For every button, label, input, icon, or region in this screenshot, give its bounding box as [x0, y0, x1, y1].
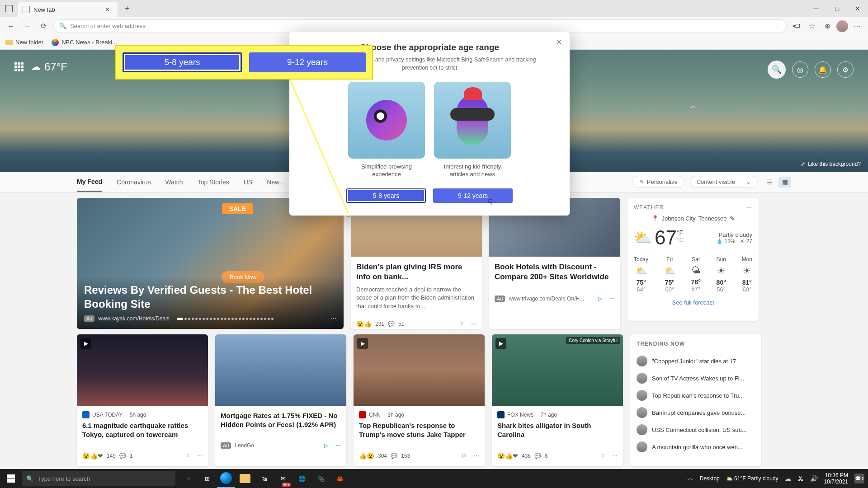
- age-9-12-button[interactable]: 9-12 years: [433, 188, 513, 203]
- bookmark-icon[interactable]: ⚐: [600, 453, 605, 459]
- feed-tab-topstories[interactable]: Top Stories: [198, 173, 229, 191]
- card-mortgage[interactable]: Mortgage Rates at 1.75% FIXED - No Hidde…: [215, 334, 346, 466]
- task-view-icon[interactable]: ⊞: [198, 469, 216, 488]
- card-menu-icon[interactable]: ⋯: [335, 442, 341, 449]
- action-center-icon[interactable]: 💬3: [854, 474, 864, 483]
- card-tokyo[interactable]: ▶ USA TODAY·5h ago 6.1 magnitude earthqu…: [77, 334, 208, 466]
- menu-icon[interactable]: ⋯: [851, 20, 863, 33]
- trending-item[interactable]: Son of TV Actress Wakes up to Fi...: [637, 370, 755, 387]
- tray-overflow-icon[interactable]: ︿: [687, 474, 693, 483]
- weather-menu-icon[interactable]: ⋯: [746, 204, 752, 211]
- taskbar-mail-icon[interactable]: ✉99+: [274, 469, 292, 488]
- callout-5-8-button[interactable]: 5-8 years: [123, 52, 242, 72]
- bookmark-icon[interactable]: ⚐: [185, 453, 190, 459]
- start-button[interactable]: [0, 469, 22, 488]
- forecast-day[interactable]: Sun☀80°56°: [717, 256, 726, 293]
- play-icon[interactable]: ▷: [324, 442, 328, 449]
- callout-9-12-button[interactable]: 9-12 years: [249, 52, 366, 72]
- taskbar-app-icon[interactable]: 📎: [312, 469, 330, 488]
- card-hotel[interactable]: SALE Book Now Reviews By Verified Guests…: [77, 198, 344, 329]
- reactions-icon[interactable]: 👍😮: [359, 452, 374, 460]
- tray-volume-icon[interactable]: 🔊: [810, 475, 818, 482]
- forecast-day[interactable]: Mon☀81°60°: [742, 256, 752, 293]
- modal-close-button[interactable]: ✕: [556, 37, 562, 47]
- hero-weather[interactable]: ☁ 67°F: [31, 61, 67, 73]
- trending-item[interactable]: A mountain gorilla who once wen...: [637, 438, 755, 455]
- card-menu-icon[interactable]: ⋯: [197, 453, 203, 459]
- card-trivago[interactable]: Book Hotels with Discount - Compare 200+…: [489, 198, 620, 329]
- tray-cloud-icon[interactable]: ☁: [785, 475, 791, 482]
- trending-item[interactable]: Bankrupt companies gave bonuse...: [637, 404, 755, 421]
- taskbar-weather[interactable]: ⛅ 61°F Partly cloudy: [726, 475, 778, 482]
- comment-icon[interactable]: 💬: [388, 321, 395, 327]
- comment-icon[interactable]: 💬: [119, 453, 126, 459]
- edit-location-icon[interactable]: ✎: [730, 215, 735, 222]
- card-menu-icon[interactable]: ⋯: [471, 321, 476, 327]
- layout-grid-button[interactable]: ▦: [778, 177, 791, 188]
- collapse-icon[interactable]: ︿: [690, 102, 696, 110]
- comment-icon[interactable]: 💬: [534, 453, 541, 459]
- cortana-icon[interactable]: ○: [179, 469, 197, 488]
- taskbar-store-icon[interactable]: 🛍: [255, 469, 273, 488]
- bookmark-icon[interactable]: ⚐: [459, 321, 464, 327]
- trending-item[interactable]: USS Connecticut collision: US sub...: [637, 421, 755, 438]
- comment-icon[interactable]: 💬: [391, 453, 397, 459]
- taskbar-clock[interactable]: 10:36 PM 10/7/2021: [824, 472, 848, 485]
- card-menu-icon[interactable]: ⋯: [474, 453, 479, 459]
- age-5-8-button[interactable]: 5-8 years: [346, 188, 426, 203]
- browser-tab[interactable]: New tab ✕: [18, 2, 118, 17]
- trending-item[interactable]: "Chopped Junior" star dies at 17: [637, 352, 755, 370]
- see-forecast-link[interactable]: See full forecast: [634, 299, 752, 306]
- back-button[interactable]: ←: [5, 20, 17, 33]
- taskbar-chrome-icon[interactable]: 🌐: [293, 469, 311, 488]
- feed-tab-myfeed[interactable]: My Feed: [77, 173, 102, 192]
- taskbar-search[interactable]: 🔍 Type here to search: [22, 471, 175, 486]
- taskbar-app-icon[interactable]: 🦀: [331, 469, 349, 488]
- forward-button[interactable]: →: [21, 20, 33, 33]
- profile-avatar[interactable]: [836, 20, 848, 32]
- content-visible-dropdown[interactable]: Content visible ⌄: [690, 176, 758, 188]
- feed-tab-coronavirus[interactable]: Coronavirus: [117, 173, 151, 191]
- hero-search-button[interactable]: 🔍: [768, 61, 786, 79]
- reactions-icon[interactable]: 😮👍❤: [82, 452, 103, 460]
- bookmark-icon[interactable]: ⚐: [462, 453, 467, 459]
- feed-tab-us[interactable]: US: [244, 173, 252, 191]
- bookmark-nbc[interactable]: NBC News - Breaki...: [52, 39, 117, 46]
- refresh-button[interactable]: ⟳: [37, 20, 50, 33]
- forecast-day[interactable]: Today⛅75°64°: [634, 256, 648, 293]
- card-shark[interactable]: ▶ Cory Conlon via Storyful FOX News·7h a…: [492, 334, 623, 466]
- close-window-button[interactable]: ✕: [847, 0, 868, 17]
- tab-actions-icon[interactable]: [0, 0, 18, 17]
- forecast-day[interactable]: Sat🌤78°57°: [691, 256, 701, 293]
- weather-card[interactable]: WEATHER ⋯ 📍 Johnson City, Tennessee ✎ ⛅ …: [627, 198, 759, 321]
- apps-grid-icon[interactable]: [14, 62, 24, 71]
- tray-network-icon[interactable]: 🖧: [797, 475, 804, 482]
- bookmark-folder[interactable]: New folder: [5, 39, 43, 46]
- taskbar-desktop-label[interactable]: Desktop: [700, 475, 720, 482]
- card-cnn[interactable]: ▶ CNN·3h ago Top Republican's response t…: [354, 334, 485, 466]
- close-tab-icon[interactable]: ✕: [102, 5, 113, 14]
- play-icon[interactable]: ▷: [598, 296, 602, 302]
- card-menu-icon[interactable]: ⋯: [612, 453, 618, 459]
- maximize-button[interactable]: ▢: [826, 0, 847, 17]
- feed-tab-more[interactable]: New...: [267, 173, 284, 191]
- card-menu-icon[interactable]: ⋯: [609, 296, 615, 302]
- notifications-icon[interactable]: 🔔: [815, 61, 831, 78]
- card-irs[interactable]: Biden's plan giving IRS more info on ban…: [351, 198, 482, 329]
- address-bar[interactable]: 🔍 Search or enter web address: [53, 19, 787, 33]
- layout-list-button[interactable]: ☰: [763, 177, 776, 188]
- reactions-icon[interactable]: 😮👍: [356, 320, 372, 328]
- minimize-button[interactable]: —: [806, 0, 826, 17]
- feed-tab-watch[interactable]: Watch: [165, 173, 183, 191]
- taskbar-explorer-icon[interactable]: [236, 469, 254, 488]
- collections-icon[interactable]: ⊕: [821, 20, 834, 33]
- unit-f[interactable]: °F: [677, 229, 683, 236]
- card-menu-icon[interactable]: ⋯: [331, 315, 336, 322]
- carousel-pager[interactable]: [177, 318, 274, 320]
- unit-c[interactable]: °C: [677, 236, 684, 244]
- shopping-icon[interactable]: 🏷: [790, 20, 803, 33]
- reactions-icon[interactable]: 😮👍❤: [497, 452, 518, 460]
- like-background-link[interactable]: ⤢ Like this background?: [801, 161, 861, 167]
- settings-icon[interactable]: ⚙: [837, 61, 854, 78]
- new-tab-button[interactable]: +: [121, 2, 133, 15]
